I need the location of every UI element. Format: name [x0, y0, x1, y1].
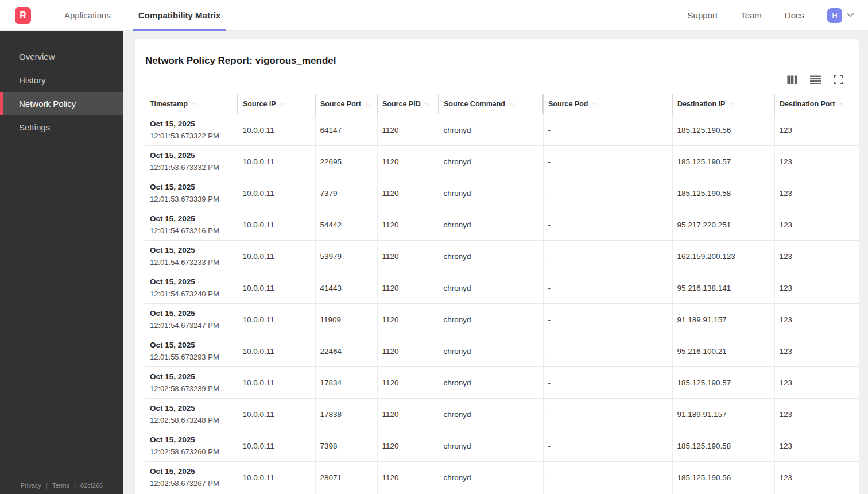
table-row[interactable]: Oct 15, 202512:01:54.673247 PM10.0.0.111…: [145, 304, 859, 335]
source-pid-cell: 1120: [377, 462, 439, 493]
table-row[interactable]: Oct 15, 202512:02:58.673267 PM10.0.0.112…: [145, 462, 859, 493]
fullscreen-icon[interactable]: [834, 75, 843, 84]
source-pod-cell: -: [543, 114, 672, 146]
source-command-cell: chronyd: [439, 272, 543, 304]
column-header-source-pod[interactable]: Source Pod↑↓: [543, 94, 672, 114]
dest-ip-cell: 185.125.190.57: [672, 146, 774, 177]
source-port-cell: 17838: [315, 399, 377, 430]
sort-icon[interactable]: ↑↓: [592, 101, 597, 107]
source-command-cell: chronyd: [439, 430, 543, 462]
source-ip-cell: 10.0.0.11: [238, 241, 315, 272]
sort-icon[interactable]: ↑↓: [192, 101, 197, 107]
table-row[interactable]: Oct 15, 202512:01:53.673339 PM10.0.0.117…: [145, 177, 859, 209]
footer-divider: |: [46, 481, 48, 489]
source-pod-cell: -: [543, 430, 672, 462]
source-command-cell: chronyd: [439, 146, 543, 177]
table-row[interactable]: Oct 15, 202512:01:53.673332 PM10.0.0.112…: [145, 146, 859, 177]
nav-link-docs[interactable]: Docs: [785, 10, 804, 20]
source-pid-cell: 1120: [377, 304, 439, 335]
sort-icon[interactable]: ↑↓: [365, 101, 370, 107]
table-row[interactable]: Oct 15, 202512:01:54.673233 PM10.0.0.115…: [145, 241, 859, 272]
source-pid-cell: 1120: [377, 430, 439, 462]
column-header-source-command[interactable]: Source Command↑↓: [439, 94, 543, 114]
column-view-icon[interactable]: [787, 75, 797, 84]
source-ip-cell: 10.0.0.11: [238, 399, 315, 430]
source-ip-cell: 10.0.0.11: [238, 367, 315, 399]
report-card: Network Policy Report: vigorous_mendel T…: [135, 39, 859, 494]
top-nav: R ApplicationsCompatibility Matrix Suppo…: [0, 0, 868, 31]
sort-icon[interactable]: ↑↓: [729, 101, 734, 107]
nav-link-support[interactable]: Support: [688, 10, 718, 20]
dest-port-cell: 123: [774, 399, 859, 430]
timestamp-cell: Oct 15, 202512:02:58.673267 PM: [145, 462, 238, 493]
table-row[interactable]: Oct 15, 202512:02:58.673260 PM10.0.0.117…: [145, 430, 859, 462]
source-pid-cell: 1120: [377, 241, 439, 272]
column-header-source-pid[interactable]: Source PID↑↓: [377, 94, 439, 114]
source-command-cell: chronyd: [439, 399, 543, 430]
source-command-cell: chronyd: [439, 304, 543, 335]
sidebar-item-overview[interactable]: Overview: [0, 45, 123, 68]
source-port-cell: 53979: [315, 241, 377, 272]
table-row[interactable]: Oct 15, 202512:01:54.673216 PM10.0.0.115…: [145, 209, 859, 241]
privacy-link[interactable]: Privacy: [21, 482, 41, 489]
table-row[interactable]: Oct 15, 202512:01:53.673322 PM10.0.0.116…: [145, 114, 859, 146]
column-header-destination-ip[interactable]: Destination IP↑↓: [672, 94, 774, 114]
source-pod-cell: -: [543, 399, 672, 430]
table-row[interactable]: Oct 15, 202512:01:55.673293 PM10.0.0.112…: [145, 335, 859, 367]
dest-ip-cell: 95.216.100.21: [672, 335, 774, 367]
source-port-cell: 11909: [315, 304, 377, 335]
source-command-cell: chronyd: [439, 367, 543, 399]
chevron-down-icon[interactable]: [847, 13, 854, 18]
sidebar-item-settings[interactable]: Settings: [0, 115, 123, 139]
table-row[interactable]: Oct 15, 202512:02:58.673248 PM10.0.0.111…: [145, 399, 859, 430]
dest-ip-cell: 185.125.190.56: [672, 114, 774, 146]
dest-port-cell: 123: [774, 272, 859, 304]
sort-icon[interactable]: ↑↓: [280, 101, 285, 107]
timestamp-cell: Oct 15, 202512:01:54.673247 PM: [145, 304, 238, 335]
source-pod-cell: -: [543, 146, 672, 177]
source-command-cell: chronyd: [439, 462, 543, 493]
sidebar-item-network-policy[interactable]: Network Policy: [0, 92, 123, 115]
table-row[interactable]: Oct 15, 202512:01:54.673240 PM10.0.0.114…: [145, 272, 859, 304]
source-pod-cell: -: [543, 241, 672, 272]
app-logo[interactable]: R: [15, 7, 31, 24]
dest-port-cell: 123: [774, 335, 859, 367]
table-toolbar: [145, 72, 843, 87]
sort-icon[interactable]: ↑↓: [425, 101, 430, 107]
list-view-icon[interactable]: [810, 75, 821, 84]
footer-divider: |: [74, 481, 76, 489]
timestamp-cell: Oct 15, 202512:01:54.673240 PM: [145, 272, 238, 304]
nav-tab-compatibility-matrix[interactable]: Compatibility Matrix: [133, 0, 226, 31]
dest-port-cell: 123: [774, 430, 859, 462]
source-command-cell: chronyd: [439, 241, 543, 272]
source-pod-cell: -: [543, 462, 672, 493]
sort-icon[interactable]: ↑↓: [839, 101, 844, 107]
sort-icon[interactable]: ↑↓: [509, 101, 514, 107]
dest-port-cell: 123: [774, 241, 859, 272]
build-id: 02cf266: [80, 482, 103, 489]
nav-link-team[interactable]: Team: [741, 10, 762, 20]
timestamp-cell: Oct 15, 202512:02:58.673239 PM: [145, 367, 238, 399]
source-ip-cell: 10.0.0.11: [238, 209, 315, 241]
sidebar-nav: OverviewHistoryNetwork PolicySettings: [0, 31, 123, 139]
table-row[interactable]: Oct 15, 202512:02:58.673239 PM10.0.0.111…: [145, 367, 859, 399]
source-pid-cell: 1120: [377, 367, 439, 399]
dest-ip-cell: 95.216.138.141: [672, 272, 774, 304]
source-pid-cell: 1120: [377, 146, 439, 177]
column-header-source-ip[interactable]: Source IP↑↓: [238, 94, 315, 114]
dest-ip-cell: 95.217.220.251: [672, 209, 774, 241]
sidebar: OverviewHistoryNetwork PolicySettings Pr…: [0, 31, 123, 494]
dest-port-cell: 123: [774, 114, 859, 146]
source-ip-cell: 10.0.0.11: [238, 430, 315, 462]
user-avatar[interactable]: H: [827, 8, 842, 23]
sidebar-item-history[interactable]: History: [0, 68, 123, 92]
source-ip-cell: 10.0.0.11: [238, 304, 315, 335]
report-table: Timestamp↑↓Source IP↑↓Source Port↑↓Sourc…: [145, 94, 859, 494]
column-header-destination-port[interactable]: Destination Port↑↓: [774, 94, 859, 114]
column-header-timestamp[interactable]: Timestamp↑↓: [145, 94, 238, 114]
column-header-source-port[interactable]: Source Port↑↓: [315, 94, 377, 114]
terms-link[interactable]: Terms: [52, 482, 69, 489]
nav-tab-applications[interactable]: Applications: [59, 0, 116, 31]
dest-ip-cell: 91.189.91.157: [672, 304, 774, 335]
primary-tabs: ApplicationsCompatibility Matrix: [51, 0, 234, 31]
